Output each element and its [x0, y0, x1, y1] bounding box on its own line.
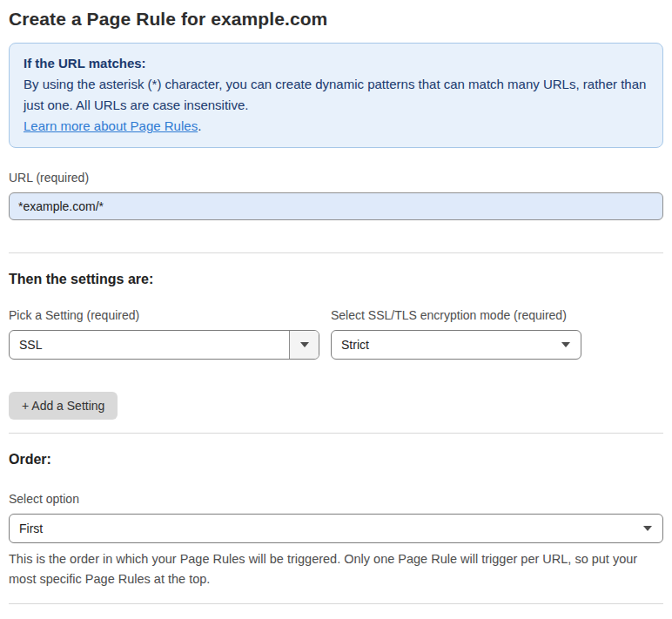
chevron-down-icon — [633, 526, 662, 531]
ssl-mode-label: Select SSL/TLS encryption mode (required… — [331, 307, 581, 323]
setting-picker-label: Pick a Setting (required) — [9, 307, 319, 323]
order-section-heading: Order: — [9, 452, 663, 468]
info-box-link-line: Learn more about Page Rules. — [24, 116, 648, 137]
setting-picker-column: Pick a Setting (required) SSL — [9, 307, 319, 360]
url-input[interactable] — [9, 192, 663, 220]
divider — [9, 603, 663, 604]
order-select-value: First — [10, 521, 633, 535]
ssl-mode-column: Select SSL/TLS encryption mode (required… — [331, 307, 581, 360]
ssl-mode-select[interactable]: Strict — [331, 330, 581, 360]
chevron-down-icon — [289, 331, 319, 359]
order-select-label: Select option — [9, 491, 663, 507]
ssl-mode-select-value: Strict — [332, 338, 551, 352]
info-box-body: By using the asterisk (*) character, you… — [24, 74, 648, 116]
url-field-label: URL (required) — [9, 170, 663, 185]
order-select[interactable]: First — [9, 514, 663, 543]
setting-select[interactable]: SSL — [9, 330, 319, 360]
url-match-info-box: If the URL matches: By using the asteris… — [9, 43, 663, 148]
link-suffix: . — [198, 118, 201, 133]
divider — [9, 433, 663, 434]
divider — [9, 252, 663, 253]
setting-select-value: SSL — [10, 338, 289, 352]
settings-row: Pick a Setting (required) SSL Select SSL… — [9, 307, 663, 360]
add-setting-button[interactable]: + Add a Setting — [9, 392, 118, 420]
info-box-heading: If the URL matches: — [24, 53, 648, 74]
chevron-down-icon — [551, 342, 581, 347]
learn-more-link[interactable]: Learn more about Page Rules — [24, 118, 198, 133]
order-help-text: This is the order in which your Page Rul… — [9, 549, 660, 589]
page-title: Create a Page Rule for example.com — [9, 9, 663, 30]
settings-section-heading: Then the settings are: — [9, 272, 663, 287]
